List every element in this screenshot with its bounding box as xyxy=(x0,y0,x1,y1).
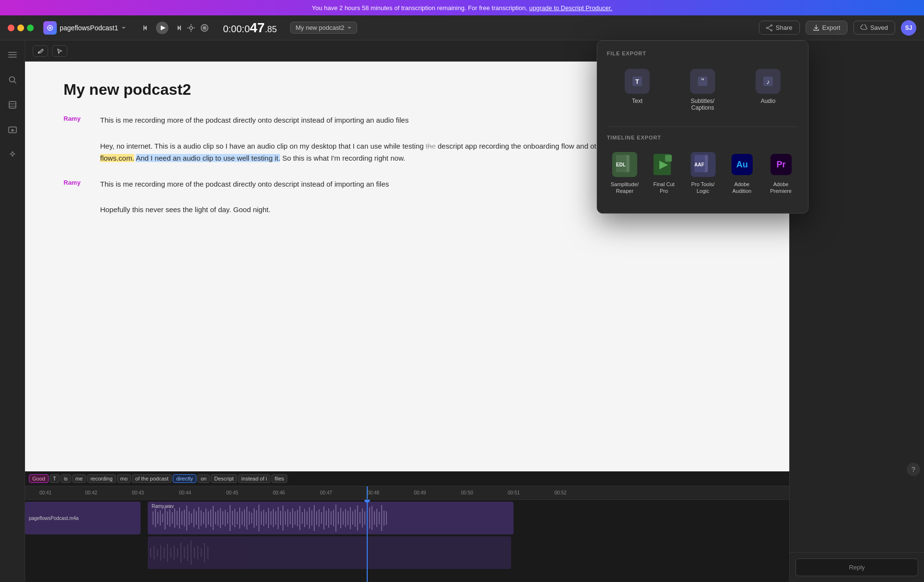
export-item-audio[interactable]: ♪ Audio xyxy=(738,63,798,117)
clip-podcast-m4a[interactable]: pageflowsPodcast.m4a xyxy=(25,502,141,534)
export-item-audition[interactable]: Au AdobeAudition xyxy=(724,147,759,200)
svg-rect-76 xyxy=(270,511,271,525)
sidebar-icon-menu[interactable] xyxy=(4,46,21,63)
svg-rect-22 xyxy=(9,101,16,108)
svg-rect-2 xyxy=(143,25,144,30)
share-button[interactable]: Share xyxy=(759,21,800,35)
notification-link[interactable]: upgrade to Descript Producer. xyxy=(529,4,613,12)
svg-point-14 xyxy=(766,27,768,28)
help-button[interactable]: ? xyxy=(907,463,920,476)
clip-ramy-wav-bottom[interactable] xyxy=(148,536,511,569)
share-label: Share xyxy=(776,24,793,31)
svg-point-5 xyxy=(190,26,192,29)
export-item-aaf[interactable]: AAF Pro Tools/Logic xyxy=(685,147,720,200)
svg-rect-154 xyxy=(665,155,672,162)
svg-rect-33 xyxy=(167,511,168,525)
svg-rect-48 xyxy=(203,512,204,524)
svg-rect-78 xyxy=(275,511,276,525)
export-item-edl[interactable]: EDL Samplitude/Reaper xyxy=(607,147,642,200)
svg-rect-128 xyxy=(160,545,161,560)
time-marker-47: 00:47 xyxy=(320,490,332,495)
svg-rect-84 xyxy=(290,512,291,524)
svg-rect-122 xyxy=(381,505,382,531)
svg-rect-17 xyxy=(8,52,17,53)
clip-ramy-wav-1[interactable]: Ramy.wav xyxy=(148,502,513,534)
project-selector[interactable]: pageflowsPodcast1 xyxy=(43,21,127,35)
svg-rect-65 xyxy=(244,509,245,527)
svg-rect-68 xyxy=(251,513,252,523)
export-item-subtitles[interactable]: " Subtitles/Captions xyxy=(672,63,733,117)
waveform-svg-bottom xyxy=(148,536,511,569)
svg-rect-119 xyxy=(374,511,375,525)
project-dropdown-icon xyxy=(121,25,127,31)
speaker-ramy-3: Ramy xyxy=(64,178,92,190)
svg-text:AAF: AAF xyxy=(694,162,704,167)
svg-rect-69 xyxy=(254,508,255,528)
saved-button[interactable]: Saved xyxy=(853,21,895,35)
svg-marker-26 xyxy=(12,129,14,132)
svg-rect-51 xyxy=(210,509,211,527)
svg-rect-66 xyxy=(246,506,247,530)
play-button[interactable] xyxy=(155,21,169,35)
svg-rect-28 xyxy=(155,509,156,527)
comment-input-area: Reply xyxy=(790,552,924,582)
project-icon xyxy=(43,21,57,35)
word-chips-row: Good T is me recording mo of the podcast… xyxy=(25,471,789,486)
export-item-premiere[interactable]: Pr AdobePremiere xyxy=(763,147,798,200)
svg-rect-138 xyxy=(194,547,195,558)
maximize-button[interactable] xyxy=(27,25,34,31)
export-item-text[interactable]: T Text xyxy=(607,63,667,117)
skip-forward-button[interactable] xyxy=(173,23,182,33)
waveform-svg-1 xyxy=(148,502,513,534)
svg-rect-62 xyxy=(237,512,238,524)
svg-rect-59 xyxy=(230,505,231,531)
cursor-tool-button[interactable] xyxy=(52,45,67,57)
svg-text:♪: ♪ xyxy=(767,78,770,86)
close-button[interactable] xyxy=(8,25,14,31)
edit-mode-button[interactable] xyxy=(186,23,196,33)
notification-bar: You have 2 hours 58 minutes of transcrip… xyxy=(0,0,924,15)
saved-label: Saved xyxy=(870,24,888,31)
svg-text:": " xyxy=(701,77,704,86)
export-label-edl: Samplitude/Reaper xyxy=(611,181,639,195)
word-chip-podcast: of the podcast xyxy=(132,474,172,483)
svg-rect-106 xyxy=(343,511,344,525)
word-chip-files: files xyxy=(271,474,288,483)
sidebar-icon-media[interactable] xyxy=(4,121,21,139)
svg-rect-123 xyxy=(384,510,385,526)
sidebar-icon-layers[interactable] xyxy=(4,96,21,114)
time-marker-52: 00:52 xyxy=(554,490,566,495)
svg-rect-79 xyxy=(278,507,279,529)
sidebar-icon-tools[interactable] xyxy=(4,146,21,164)
speaker-empty-4 xyxy=(64,203,92,216)
svg-rect-103 xyxy=(335,505,336,531)
time-marker-42: 00:42 xyxy=(85,490,97,495)
export-icon-subtitles: " xyxy=(690,69,715,94)
sidebar-icon-search[interactable] xyxy=(4,71,21,89)
export-label-premiere: AdobePremiere xyxy=(770,181,792,195)
clip-label-ramy1: Ramy.wav xyxy=(152,504,174,509)
export-item-fcp[interactable]: Final CutPro xyxy=(646,147,681,200)
word-chip-is: is xyxy=(61,474,71,483)
record-button[interactable] xyxy=(200,23,209,33)
export-icon-audio: ♪ xyxy=(756,69,781,94)
minimize-button[interactable] xyxy=(17,25,24,31)
svg-rect-126 xyxy=(154,546,154,559)
clip-label-m4a: pageflowsPodcast.m4a xyxy=(29,516,78,521)
timecode-decimal: .85 xyxy=(265,25,277,35)
sequence-selector[interactable]: My new podcast2 xyxy=(290,22,357,34)
pen-tool-button[interactable] xyxy=(33,45,48,57)
timecode-prefix: 0:00:0 xyxy=(223,24,250,35)
export-label-aaf: Pro Tools/Logic xyxy=(691,181,715,195)
word-chip-descript: Descript xyxy=(211,474,237,483)
svg-rect-32 xyxy=(165,506,166,530)
avatar[interactable]: SJ xyxy=(901,20,916,36)
svg-rect-4 xyxy=(180,25,181,30)
skip-back-button[interactable] xyxy=(142,23,152,33)
reply-input[interactable]: Reply xyxy=(796,558,918,576)
edl-icon: EDL xyxy=(612,152,637,177)
export-button[interactable]: Export xyxy=(806,21,848,35)
word-chip-good: Good xyxy=(29,474,49,483)
timeline: 00:41 00:42 00:43 00:44 00:45 00:46 00:4… xyxy=(25,486,789,582)
svg-rect-113 xyxy=(359,512,360,524)
